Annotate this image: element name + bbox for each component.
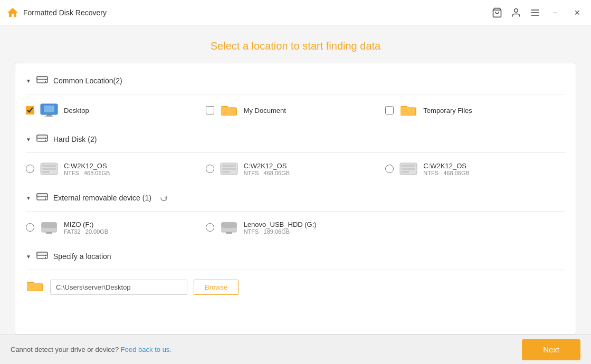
svg-rect-23: [222, 168, 236, 170]
svg-point-32: [45, 198, 46, 199]
specify-folder-icon: [26, 279, 44, 295]
harddisk-radio-1[interactable]: [26, 165, 34, 173]
temp-files-label: Temporary Files: [423, 107, 472, 114]
external-section-header[interactable]: ▼ External removable device (1): [15, 185, 576, 211]
external-info-2: Lenovo_USB_HDD (G:) NTFS 189.06GB: [244, 221, 317, 235]
page-heading: Select a location to start finding data: [0, 25, 591, 63]
harddisk-radio-3[interactable]: [385, 165, 394, 173]
svg-rect-22: [222, 165, 236, 167]
harddisk-icon: [36, 133, 48, 145]
harddisk-sub-1: NTFS 468.06GB: [64, 170, 110, 176]
svg-rect-40: [37, 252, 47, 255]
svg-rect-26: [402, 165, 415, 167]
desktop-icon: [40, 103, 59, 118]
svg-rect-18: [42, 165, 56, 167]
browse-button[interactable]: Browse: [194, 280, 239, 295]
cart-icon[interactable]: [492, 7, 502, 18]
specify-chevron-icon: ▼: [26, 254, 31, 260]
external-drive-icon-1: [40, 220, 59, 235]
main-content: Select a location to start finding data …: [0, 25, 591, 334]
svg-rect-35: [46, 232, 52, 234]
harddisk-name-2: C:W2K12_OS: [244, 162, 290, 170]
common-chevron-icon: ▼: [26, 78, 31, 84]
temp-files-item: Temporary Files: [385, 103, 565, 118]
svg-point-15: [45, 138, 46, 139]
harddisk-item-3: C:W2K12_OS NTFS 468.06GB: [385, 161, 565, 176]
refresh-icon[interactable]: [160, 194, 168, 202]
svg-rect-12: [45, 116, 53, 117]
menu-icon[interactable]: [530, 7, 540, 18]
window-controls: − ✕: [492, 6, 585, 19]
harddisk-name-1: C:W2K12_OS: [64, 162, 110, 170]
svg-point-16: [45, 140, 46, 141]
external-item-1: MIZO (F:) FAT32 20.00GB: [26, 220, 206, 235]
common-location-section-header[interactable]: ▼ Common Location(2): [15, 68, 576, 94]
external-radio-2[interactable]: [206, 223, 214, 232]
svg-rect-34: [42, 223, 56, 227]
minimize-button[interactable]: −: [549, 6, 561, 19]
specify-hdd-icon: [36, 251, 48, 262]
svg-rect-28: [402, 171, 409, 173]
specify-location-area: Browse: [15, 270, 576, 304]
temp-files-checkbox[interactable]: [385, 106, 394, 114]
harddisk-sub-3: NTFS 468.06GB: [423, 170, 469, 176]
svg-rect-27: [402, 168, 415, 170]
svg-rect-38: [226, 232, 232, 234]
external-sub-2: NTFS 189.06GB: [244, 228, 317, 235]
common-items-grid: Desktop My Document: [15, 94, 576, 126]
harddisk-drive-icon-2: [220, 161, 239, 176]
svg-point-7: [45, 79, 46, 80]
desktop-item: Desktop: [26, 103, 206, 118]
specify-section-header[interactable]: ▼ Specify a location: [15, 243, 576, 270]
my-document-icon: [220, 103, 239, 118]
external-name-1: MIZO (F:): [64, 221, 108, 228]
harddisk-info-2: C:W2K12_OS NTFS 468.06GB: [244, 162, 290, 176]
external-radio-1[interactable]: [26, 223, 34, 232]
temp-files-icon: [399, 103, 418, 118]
svg-point-8: [45, 81, 46, 82]
feed-link[interactable]: Feed back to us.: [121, 346, 171, 353]
svg-point-41: [45, 255, 46, 256]
selection-card: ▼ Common Location(2): [15, 63, 576, 334]
desktop-checkbox[interactable]: [26, 106, 34, 114]
harddisk-items-grid: C:W2K12_OS NTFS 468.06GB: [15, 153, 576, 185]
card-scroll-area[interactable]: ▼ Common Location(2): [15, 63, 576, 334]
external-info-1: MIZO (F:) FAT32 20.00GB: [64, 221, 108, 235]
svg-point-31: [45, 196, 46, 197]
svg-rect-24: [222, 171, 230, 173]
close-button[interactable]: ✕: [570, 6, 585, 19]
harddisk-drive-icon-1: [40, 161, 59, 176]
specify-path-input[interactable]: [50, 280, 187, 295]
external-hdd-icon: [36, 192, 48, 204]
status-text: Cannot detect your drive or device? Feed…: [11, 346, 522, 353]
harddisk-radio-2[interactable]: [206, 165, 214, 173]
account-icon[interactable]: [511, 7, 521, 18]
next-button[interactable]: Next: [522, 339, 580, 360]
external-drive-icon-2: [220, 220, 239, 235]
external-item-2: Lenovo_USB_HDD (G:) NTFS 189.06GB: [206, 220, 386, 235]
harddisk-chevron-icon: ▼: [26, 137, 31, 142]
external-sub-1: FAT32 20.00GB: [64, 228, 108, 235]
harddisk-name-3: C:W2K12_OS: [423, 162, 469, 170]
svg-rect-10: [44, 106, 54, 112]
svg-rect-14: [37, 135, 47, 138]
common-location-label: Common Location(2): [53, 76, 122, 85]
svg-rect-11: [46, 114, 52, 116]
specify-label: Specify a location: [53, 252, 111, 261]
external-chevron-icon: ▼: [26, 195, 31, 201]
svg-point-1: [514, 8, 518, 12]
titlebar: Formatted Disk Recovery − ✕: [0, 0, 591, 25]
svg-rect-20: [42, 171, 50, 173]
svg-point-42: [45, 257, 46, 258]
harddisk-info-3: C:W2K12_OS NTFS 468.06GB: [423, 162, 469, 176]
my-document-checkbox[interactable]: [206, 106, 214, 114]
external-items-grid: MIZO (F:) FAT32 20.00GB: [15, 212, 576, 243]
svg-rect-19: [42, 168, 56, 170]
svg-rect-37: [222, 223, 236, 227]
hard-disk-section-header[interactable]: ▼ Hard Disk (2): [15, 126, 576, 152]
bottom-bar: Cannot detect your drive or device? Feed…: [0, 334, 591, 364]
harddisk-info-1: C:W2K12_OS NTFS 468.06GB: [64, 162, 110, 176]
harddisk-item-1: C:W2K12_OS NTFS 468.06GB: [26, 161, 206, 176]
harddisk-item-2: C:W2K12_OS NTFS 468.06GB: [206, 161, 386, 176]
app-title: Formatted Disk Recovery: [23, 8, 492, 17]
